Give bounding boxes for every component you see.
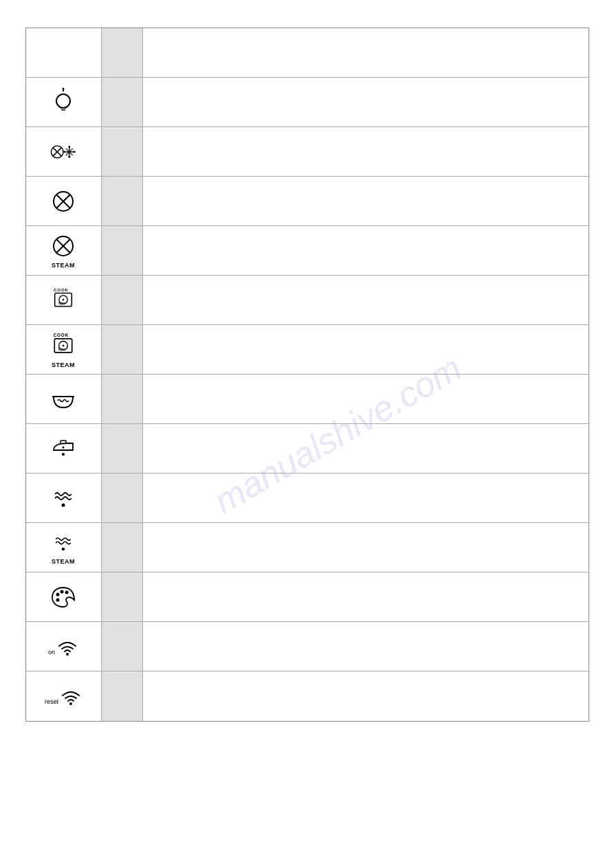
shade-cell [102, 572, 143, 621]
svg-point-14 [63, 151, 65, 153]
svg-point-0 [56, 94, 70, 108]
svg-point-37 [63, 446, 65, 448]
palette-icon [48, 582, 78, 612]
content-cell [143, 28, 589, 77]
content-cell [143, 474, 589, 522]
table-row: STEAM [26, 226, 589, 276]
icon-cell-bulb [26, 78, 102, 126]
content-cell [143, 78, 589, 126]
shade-cell [102, 276, 143, 324]
steam-label-3: STEAM [52, 558, 75, 565]
table-row: COOK light [26, 276, 589, 325]
icon-cell-cooklight: COOK light [26, 276, 102, 324]
icon-cell-washing-cross [26, 177, 102, 225]
washing-snowflake-icon [48, 137, 78, 167]
icon-cell-iron-dot [26, 424, 102, 473]
svg-point-2 [63, 87, 65, 89]
shade-cell [102, 78, 143, 126]
content-cell [143, 325, 589, 374]
main-table: STEAM COOK light [25, 27, 589, 722]
svg-text:COOK: COOK [53, 333, 69, 337]
table-row [26, 28, 589, 78]
content-cell [143, 622, 589, 671]
icon-cell [26, 28, 102, 77]
svg-point-40 [62, 547, 65, 550]
shade-cell [102, 424, 143, 473]
table-row [26, 127, 589, 177]
steam-label: STEAM [52, 262, 75, 269]
svg-point-12 [68, 146, 70, 148]
content-cell [143, 671, 589, 721]
svg-point-46 [69, 702, 72, 705]
svg-text:COOK: COOK [54, 287, 69, 291]
svg-point-15 [74, 151, 76, 153]
svg-point-13 [68, 155, 70, 157]
content-cell [143, 424, 589, 473]
content-cell [143, 226, 589, 275]
svg-point-43 [65, 590, 69, 594]
washing-cross-icon [48, 186, 78, 216]
svg-point-39 [62, 503, 65, 507]
svg-point-44 [56, 598, 60, 601]
svg-point-41 [56, 592, 60, 596]
shade-cell [102, 325, 143, 374]
shade-cell [102, 177, 143, 225]
icon-cell-washing-snowflake [26, 127, 102, 176]
svg-point-38 [62, 453, 65, 456]
content-cell [143, 572, 589, 621]
iron-dot-icon [48, 434, 78, 464]
content-cell [143, 375, 589, 423]
cooklight-icon: COOK light [48, 285, 78, 315]
svg-point-25 [63, 298, 65, 300]
content-cell [143, 127, 589, 176]
washing-simple-icon [48, 384, 78, 414]
shade-cell [102, 226, 143, 275]
bulb-icon [48, 87, 78, 118]
shade-cell [102, 671, 143, 721]
reset-label: reset [45, 698, 58, 705]
content-cell [143, 177, 589, 225]
steam-label-2: STEAM [52, 361, 75, 368]
table-row: reset [26, 671, 589, 721]
svg-text:light: light [58, 301, 65, 305]
svg-text:light: light [58, 347, 65, 351]
content-cell [143, 523, 589, 572]
icon-cell-wifi-reset: reset [26, 671, 102, 721]
on-label: on [48, 649, 55, 656]
washing-cross-steam-icon: STEAM [48, 233, 78, 269]
cooklight-steam-icon: COOK light STEAM [48, 331, 78, 368]
icon-cell-palette [26, 572, 102, 621]
table-row: STEAM [26, 523, 589, 572]
steam-dot-icon [48, 483, 78, 513]
icon-cell-steam-dot-steam: STEAM [26, 523, 102, 572]
shade-cell [102, 474, 143, 522]
steam-dot-steam-icon: STEAM [48, 531, 78, 565]
table-row [26, 375, 589, 424]
svg-point-42 [61, 590, 64, 593]
icon-cell-steam-dot [26, 474, 102, 522]
icon-cell-cooklight-steam: COOK light STEAM [26, 325, 102, 374]
shade-cell [102, 622, 143, 671]
table-row [26, 78, 589, 127]
shade-cell [102, 28, 143, 77]
table-row [26, 474, 589, 523]
shade-cell [102, 127, 143, 176]
shade-cell [102, 523, 143, 572]
wifi-on-icon: on [48, 636, 78, 657]
svg-point-45 [66, 653, 69, 656]
table-row [26, 424, 589, 474]
table-row [26, 572, 589, 622]
icon-cell-wifi-on: on [26, 622, 102, 671]
table-row [26, 177, 589, 226]
content-cell [143, 276, 589, 324]
icon-cell-washing-cross-steam: STEAM [26, 226, 102, 275]
svg-point-30 [63, 344, 65, 346]
shade-cell [102, 375, 143, 423]
wifi-reset-icon: reset [45, 686, 82, 706]
icon-cell-washing-simple [26, 375, 102, 423]
table-row: on [26, 622, 589, 671]
table-row: COOK light STEAM [26, 325, 589, 375]
